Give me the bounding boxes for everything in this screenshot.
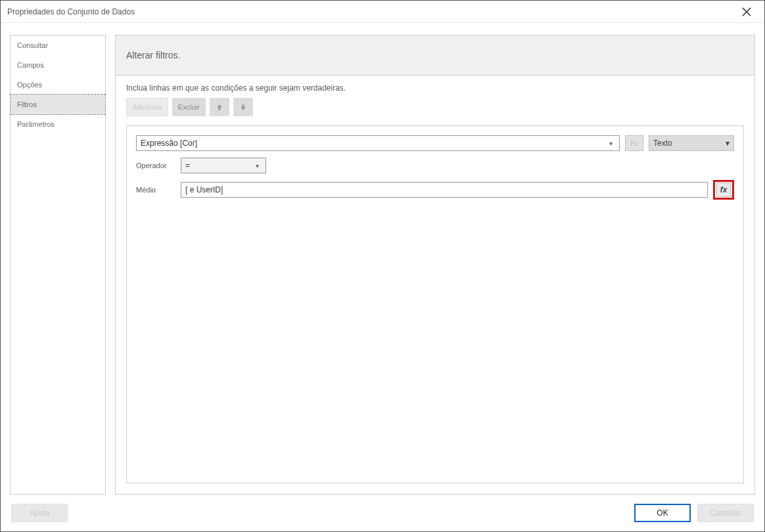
dialog-footer: Ajuda OK Cancelar — [1, 495, 764, 531]
title-bar: Propriedades do Conjunto de Dados — [1, 1, 764, 23]
instruction-text: Inclua linhas em que as condições a segu… — [126, 83, 744, 93]
sidebar-item-campos[interactable]: Campos — [11, 55, 105, 75]
cancel-button[interactable]: Cancelar — [697, 504, 754, 522]
delete-button[interactable]: Excluir — [172, 98, 206, 116]
expression-combo[interactable]: Expressão [Cor] ▾ — [136, 135, 620, 151]
expression-row: Expressão [Cor] ▾ Fx Texto ▾ — [136, 135, 734, 151]
operator-row: Operador = ▾ — [136, 158, 734, 173]
sidebar-item-filtros[interactable]: Filtros — [10, 94, 106, 115]
dialog-body: Consultar Campos Opções Filtros Parâmetr… — [1, 23, 764, 495]
chevron-down-icon: ▾ — [252, 162, 262, 169]
panel-title: Alterar filtros. — [116, 35, 754, 76]
window-title: Propriedades do Conjunto de Dados — [7, 7, 735, 16]
value-text: [ e UserID] — [185, 185, 223, 194]
datatype-select[interactable]: Texto ▾ — [649, 135, 734, 151]
sidebar-item-opcoes[interactable]: Opções — [11, 75, 105, 95]
chevron-down-icon: ▾ — [606, 140, 615, 147]
expression-fx-button[interactable]: Fx — [625, 135, 643, 151]
sidebar-item-parametros[interactable]: Parâmetros — [11, 114, 105, 134]
help-button[interactable]: Ajuda — [11, 504, 68, 522]
operator-select[interactable]: = ▾ — [181, 158, 266, 173]
value-row: Médio [ e UserID] fx — [136, 180, 734, 200]
fx-icon: fx — [716, 183, 731, 197]
move-down-button[interactable] — [233, 98, 253, 116]
expression-text: Expressão [Cor] — [141, 139, 606, 148]
datatype-value: Texto — [653, 139, 726, 148]
main-panel: Alterar filtros. Inclua linhas em que as… — [115, 35, 755, 495]
value-input[interactable]: [ e UserID] — [181, 182, 708, 198]
value-fx-button[interactable]: fx — [713, 180, 734, 200]
close-icon — [742, 7, 751, 16]
filters-panel: Expressão [Cor] ▾ Fx Texto ▾ Operador — [126, 125, 744, 483]
close-button[interactable] — [735, 1, 758, 23]
value-label: Médio — [136, 186, 175, 194]
category-sidebar: Consultar Campos Opções Filtros Parâmetr… — [10, 35, 106, 495]
sidebar-item-consultar[interactable]: Consultar — [11, 35, 105, 55]
arrow-down-icon — [239, 103, 247, 111]
operator-value: = — [185, 161, 252, 170]
add-button[interactable]: Adicionar — [126, 98, 168, 116]
operator-label: Operador — [136, 162, 175, 169]
dialog-window: Propriedades do Conjunto de Dados Consul… — [0, 0, 765, 532]
panel-content: Inclua linhas em que as condições a segu… — [116, 76, 754, 494]
filter-toolbar: Adicionar Excluir — [126, 98, 744, 116]
chevron-down-icon: ▾ — [726, 139, 730, 148]
move-up-button[interactable] — [210, 98, 229, 116]
arrow-up-icon — [216, 103, 223, 111]
ok-button[interactable]: OK — [634, 504, 691, 522]
